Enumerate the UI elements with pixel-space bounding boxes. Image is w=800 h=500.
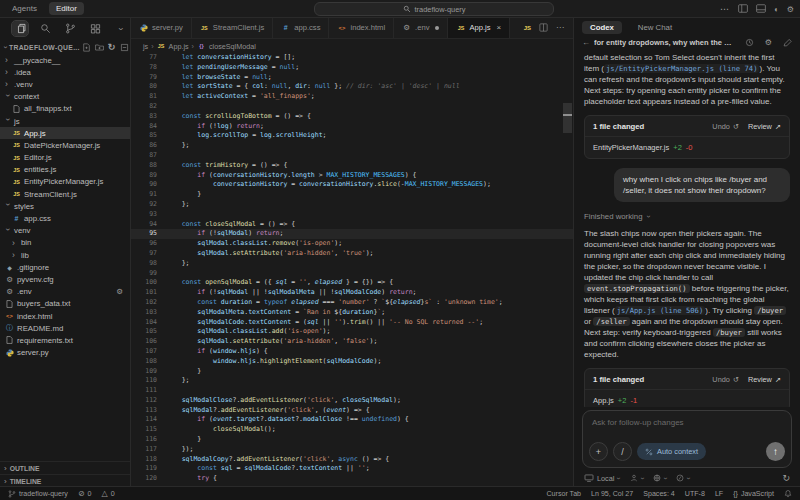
code-editor[interactable]: 77 let conversationHistory = [];78 let p… (131, 53, 573, 487)
status-error[interactable]: ⊘0 (78, 489, 92, 498)
chat-input-box[interactable]: Ask for follow-up changes + / Auto conte… (582, 410, 792, 468)
file-tree-item[interactable]: ›styles (0, 200, 130, 212)
new-folder-icon[interactable] (95, 43, 104, 52)
file-tree-item[interactable]: JSApp.js (0, 127, 130, 139)
split-editor-icon[interactable] (539, 23, 548, 32)
mode-tab-editor[interactable]: Editor (49, 2, 84, 15)
editor-tab-server.py[interactable]: server.py (131, 17, 192, 38)
collapse-all-icon[interactable] (120, 43, 129, 52)
file-tree-item[interactable]: JSStreamClient.js (0, 188, 130, 200)
chat-transcript[interactable]: default selection so Tom Select doesn't … (574, 51, 800, 407)
file-tree-item[interactable]: JSEditor.js (0, 152, 130, 164)
code-text: } (166, 435, 201, 445)
file-tree-item[interactable]: ›bin (0, 237, 130, 249)
auto-context-pill[interactable]: Auto context (637, 443, 706, 460)
status-branch[interactable]: tradeflow-query (8, 489, 68, 498)
files-icon[interactable] (12, 21, 28, 36)
refresh-icon[interactable]: ↻ (108, 42, 116, 52)
editor-tab-App.js[interactable]: JSApp.js× (448, 17, 510, 38)
slash-command-button[interactable]: / (613, 442, 632, 461)
editor-tab-index.html[interactable]: <>index.html (329, 17, 394, 38)
file-tree-item[interactable]: requirements.txt (0, 334, 130, 346)
file-tree-item[interactable]: ›lib (0, 249, 130, 261)
status-lf[interactable]: LF (715, 490, 723, 498)
settings-icon[interactable]: ⚙ (765, 38, 772, 47)
editor-scrollbar[interactable] (563, 103, 572, 133)
file-tree-item[interactable]: <>index.html (0, 310, 130, 322)
send-button[interactable]: ↑ (766, 442, 785, 461)
extensions-icon[interactable] (87, 21, 103, 36)
breadcrumb[interactable]: js›JSApp.js›{}closeSqlModal (131, 39, 573, 53)
status-ln-95-col-27[interactable]: Ln 95, Col 27 (591, 490, 633, 498)
review-button[interactable]: Review ↗ (748, 121, 781, 132)
breadcrumb-item-js[interactable]: js (143, 42, 148, 51)
layout-sidebar-icon[interactable] (738, 4, 748, 13)
theme-icon[interactable]: ◐ (774, 4, 779, 14)
editor-tab-StreamClient.js[interactable]: JSStreamClient.js (192, 17, 273, 38)
codex-tab-new-chat[interactable]: New Chat (630, 21, 680, 34)
status-utf-8[interactable]: UTF-8 (685, 490, 705, 498)
more-icon[interactable]: ⋯ (556, 23, 565, 32)
file-tree-item[interactable]: ◆.gitignore (0, 261, 130, 273)
status-javascript[interactable]: {}JavaScript (733, 490, 774, 498)
file-tree-item[interactable]: all_finapps.txt (0, 103, 130, 115)
status-spaces-4[interactable]: Spaces: 4 (643, 490, 675, 498)
circle-slash-selector[interactable]: › (676, 474, 689, 482)
editor-tab-app.css[interactable]: #app.css (273, 17, 329, 38)
thread-title[interactable]: for entity dropdowns, why when the dropd… (594, 38, 736, 47)
status-cursor-tab[interactable]: Cursor Tab (546, 490, 581, 498)
codex-tab-codex[interactable]: Codex (582, 21, 622, 34)
modified-dot (435, 26, 439, 30)
finished-working-toggle[interactable]: Finished working› (584, 211, 790, 222)
globe-selector[interactable]: › (653, 474, 666, 482)
diff-card-file-row[interactable]: App.js+2-1 (585, 390, 789, 407)
search-icon[interactable] (37, 21, 53, 36)
git-branch-icon[interactable] (62, 21, 78, 36)
file-label: server.py (17, 348, 49, 357)
history-icon[interactable] (745, 38, 754, 47)
file-tree-item[interactable]: ›.venv (0, 78, 130, 90)
editor-tab-.env[interactable]: ⚙.env (394, 17, 448, 38)
file-tree-item[interactable]: ›js (0, 115, 130, 127)
file-tree-item[interactable]: ›.idea (0, 66, 130, 78)
file-tree-item[interactable]: ⚙pyvenv.cfg (0, 273, 130, 285)
status-warning[interactable]: △0 (102, 489, 115, 498)
review-button[interactable]: Review ↗ (748, 374, 781, 385)
edit-icon[interactable] (783, 38, 792, 47)
file-tree-item[interactable]: ⓘREADME.md (0, 322, 130, 334)
breadcrumb-item-App.js[interactable]: JSApp.js (157, 42, 189, 51)
chevron-down-icon[interactable]: › (112, 21, 128, 36)
file-tree-item[interactable]: JSDatePickerManager.js (0, 139, 130, 151)
back-icon[interactable]: ← (582, 38, 590, 47)
file-tree-item[interactable]: buyers_data.txt (0, 298, 130, 310)
undo-button[interactable]: Undo ↺ (712, 374, 739, 385)
titlebar-actions: ⋯◐⚙ (720, 0, 794, 17)
new-file-icon[interactable] (82, 43, 91, 52)
settings-icon[interactable]: ⚙ (787, 4, 794, 14)
file-tree-item[interactable]: ⚙.env⚙ (0, 286, 130, 298)
file-tree-item[interactable]: JSentities.js (0, 164, 130, 176)
layout-panel-icon[interactable] (756, 4, 766, 13)
mode-tab-agents[interactable]: Agents (5, 2, 44, 15)
command-center-search[interactable]: tradeflow-query (314, 2, 554, 16)
explorer-header[interactable]: › TRADEFLOW-QUE... ↻ (0, 39, 130, 54)
breadcrumb-item-closeSqlModal[interactable]: {}closeSqlModal (197, 42, 256, 51)
close-tab-icon[interactable]: × (497, 23, 502, 32)
person-selector[interactable]: › (630, 474, 643, 482)
diff-card-file-row[interactable]: EntityPickerManager.js+2-0 (585, 137, 789, 158)
file-tree-item[interactable]: ›context (0, 91, 130, 103)
code-text: sqlModal.setAttribute('aria-hidden', 'tr… (166, 249, 373, 259)
sidebar-section-outline[interactable]: ›OUTLINE (0, 461, 130, 474)
file-tree-item[interactable]: #app.css (0, 212, 130, 224)
status-bell[interactable] (784, 489, 792, 498)
sync-icon[interactable]: ↻ (782, 473, 790, 483)
file-tree-item[interactable]: ›venv (0, 225, 130, 237)
undo-button[interactable]: Undo ↺ (712, 121, 739, 132)
add-attachment-button[interactable]: + (589, 442, 608, 461)
file-tree-item[interactable]: server.py (0, 347, 130, 359)
more-icon[interactable]: ⋯ (720, 4, 730, 14)
monitor-selector[interactable]: Local› (584, 474, 620, 483)
js-file-icon[interactable]: JS (524, 23, 531, 32)
file-tree-item[interactable]: JSEntityPickerManager.js (0, 176, 130, 188)
file-tree-item[interactable]: ›__pycache__ (0, 54, 130, 66)
